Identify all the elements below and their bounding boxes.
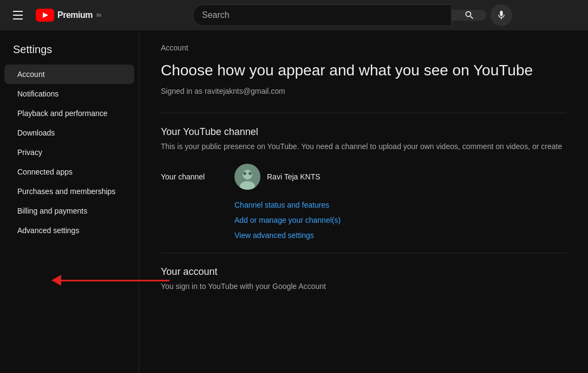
search-icon [464,10,475,21]
view-advanced-link[interactable]: View advanced settings [234,231,566,240]
sidebar-item-account[interactable]: Account [4,65,134,84]
page-layout: Settings Account Notifications Playback … [0,0,588,373]
settings-title: Settings [0,43,139,65]
channel-links: Channel status and features Add or manag… [234,201,566,240]
app-header: PremiumIN [0,0,588,30]
channel-info: Ravi Teja KNTS [234,164,321,190]
sidebar-item-connected-apps[interactable]: Connected apps [4,162,134,182]
main-heading: Choose how you appear and what you see o… [161,61,566,80]
main-content: Account Choose how you appear and what y… [139,30,588,373]
your-account-desc: You sign in to YouTube with your Google … [161,282,566,291]
mic-button[interactable] [491,4,512,26]
sidebar-item-notifications[interactable]: Notifications [4,84,134,104]
sidebar-item-billing[interactable]: Billing and payments [4,201,134,221]
your-account-section: Your account You sign in to YouTube with… [161,266,566,291]
avatar [234,164,260,190]
youtube-channel-heading: Your YouTube channel [161,126,566,138]
svg-point-5 [243,172,246,175]
search-button[interactable] [452,10,486,21]
signed-in-text: Signed in as ravitejaknts@gmail.com [161,87,566,95]
sidebar-item-downloads[interactable]: Downloads [4,123,134,143]
logo-badge: IN [96,12,101,18]
manage-channel-link[interactable]: Add or manage your channel(s) [234,216,566,224]
header-left: PremiumIN [9,7,117,24]
divider-2 [161,253,566,253]
mic-icon [496,10,507,21]
your-account-heading: Your account [161,266,566,278]
sidebar-item-advanced-settings[interactable]: Advanced settings [4,221,134,240]
channel-status-link[interactable]: Channel status and features [234,201,566,209]
search-bar [193,4,452,26]
channel-name: Ravi Teja KNTS [267,172,321,181]
sidebar: Settings Account Notifications Playback … [0,30,139,373]
hamburger-menu[interactable] [9,7,27,24]
channel-row: Your channel Ravi Teja KNTS [161,164,566,190]
logo[interactable]: PremiumIN [36,9,101,22]
search-container [193,4,512,26]
sidebar-item-purchases[interactable]: Purchases and memberships [4,182,134,201]
youtube-channel-desc: This is your public presence on YouTube.… [161,142,566,151]
your-channel-label: Your channel [161,172,226,181]
logo-text: Premium [57,10,93,20]
sidebar-item-playback[interactable]: Playback and performance [4,104,134,123]
youtube-icon [36,9,54,22]
svg-point-6 [249,172,252,175]
sidebar-item-privacy[interactable]: Privacy [4,143,134,162]
section-label: Account [161,43,566,52]
divider-1 [161,113,566,113]
search-input[interactable] [193,5,451,25]
